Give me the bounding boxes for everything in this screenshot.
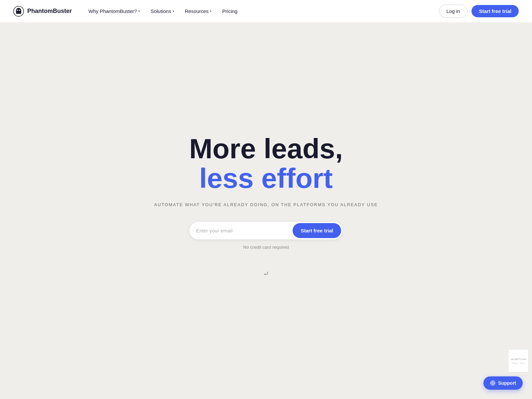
hero-email-form: Start free trial	[190, 222, 342, 239]
email-input[interactable]	[190, 223, 291, 238]
svg-point-7	[492, 382, 494, 384]
logo-icon	[13, 6, 24, 17]
login-button[interactable]: Log in	[439, 5, 468, 18]
support-icon	[490, 380, 495, 386]
navbar: PhantomBuster Why PhantomBuster? ▾ Solut…	[0, 0, 532, 23]
hero-trial-button[interactable]: Start free trial	[293, 223, 341, 238]
hero-title: More leads, less effort	[189, 134, 343, 193]
svg-point-5	[20, 10, 20, 11]
nav-item-why[interactable]: Why PhantomBuster? ▾	[84, 6, 145, 17]
nav-links: Why PhantomBuster? ▾ Solutions ▾ Resourc…	[84, 6, 242, 17]
scroll-down-chevron[interactable]: ⤶	[263, 270, 269, 278]
support-label: Support	[498, 380, 516, 386]
chevron-down-icon: ▾	[210, 9, 211, 13]
hero-subtitle: AUTOMATE WHAT YOU'RE ALREADY DOING, ON T…	[154, 202, 378, 207]
nav-item-pricing[interactable]: Pricing	[217, 6, 242, 17]
chevron-down-icon: ▾	[173, 9, 174, 13]
no-credit-card-note: No credit card required	[243, 245, 289, 250]
chevron-down-icon: ▾	[138, 9, 140, 13]
hero-section: More leads, less effort AUTOMATE WHAT YO…	[0, 0, 532, 399]
recaptcha-badge: reCAPTCHA Privacy - Terms	[508, 349, 529, 372]
nav-item-resources[interactable]: Resources ▾	[180, 6, 216, 17]
logo[interactable]: PhantomBuster	[13, 6, 72, 17]
svg-point-4	[18, 10, 18, 11]
support-button[interactable]: Support	[483, 376, 523, 390]
logo-text: PhantomBuster	[27, 8, 72, 15]
nav-item-solutions[interactable]: Solutions ▾	[146, 6, 179, 17]
nav-right: Log in Start free trial	[439, 5, 519, 18]
nav-left: PhantomBuster Why PhantomBuster? ▾ Solut…	[13, 6, 242, 17]
nav-trial-button[interactable]: Start free trial	[471, 5, 519, 17]
